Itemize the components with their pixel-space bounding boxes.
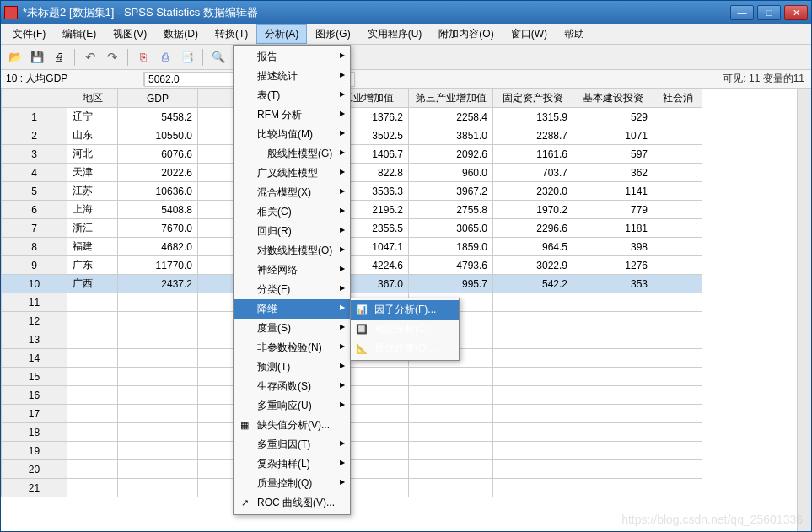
analyze-item-desc[interactable]: 描述统计 [234,67,350,86]
analyze-item-complex[interactable]: 复杂抽样(L) [234,454,350,474]
table-row[interactable]: 5江苏10636.0000000003536.33967.22320.01141 [2,182,702,201]
row-number[interactable]: 10 [2,275,67,293]
menu-graphs[interactable]: 图形(G) [307,24,358,44]
cell-gdp[interactable]: 10636.0 [118,182,198,201]
menu-utilities[interactable]: 实用程序(U) [359,24,431,44]
analyze-item-qc[interactable]: 质量控制(Q) [234,474,350,493]
menu-data[interactable]: 数据(D) [155,24,207,44]
cell-tertiary[interactable]: 995.7 [409,275,493,293]
menu-transform[interactable]: 转换(T) [207,24,256,44]
cell-region[interactable]: 天津 [67,164,118,182]
menu-view[interactable]: 视图(V) [105,24,155,44]
cell-tertiary[interactable]: 4793.6 [409,256,493,275]
cell-gdp[interactable]: 2022.6 [118,164,198,182]
cell-tertiary[interactable]: 3851.0 [409,126,493,145]
row-number[interactable]: 8 [2,238,67,256]
menu-file[interactable]: 文件(F) [4,24,54,44]
undo-button[interactable] [81,48,99,67]
table-row[interactable]: 21 [2,479,702,497]
cell-fixed[interactable]: 2296.6 [493,219,573,238]
col-header-gdp[interactable]: GDP [118,89,198,108]
row-number[interactable]: 2 [2,126,67,145]
cell-gdp[interactable]: 11770.0 [118,256,198,275]
row-number[interactable]: 12 [2,312,67,330]
cell-social[interactable] [653,126,702,145]
cell-gdp[interactable]: 5408.8 [118,201,198,219]
cell-infra[interactable]: 529 [573,108,653,126]
cell-tertiary[interactable]: 1859.0 [409,238,493,256]
goto-case-button[interactable] [134,48,153,67]
row-number[interactable]: 1 [2,108,67,126]
analyze-item-glm[interactable]: 一般线性模型(G) [234,144,350,164]
cell-social[interactable] [653,164,702,182]
dimred-item-factor[interactable]: 因子分析(F)...📊 [351,300,459,320]
row-number[interactable]: 19 [2,442,67,460]
cell-region[interactable]: 河北 [67,145,118,164]
cell-infra[interactable]: 398 [573,238,653,256]
cell-gdp[interactable]: 10550.0 [118,126,198,145]
row-number[interactable]: 6 [2,201,67,219]
analyze-item-nonpar[interactable]: 非参数检验(N) [234,338,350,357]
cell-fixed[interactable]: 703.7 [493,164,573,182]
table-row[interactable]: 8福建4682.0000000001047.11859.0964.5398 [2,238,702,256]
maximize-button[interactable]: □ [757,5,781,20]
row-number[interactable]: 14 [2,349,67,368]
cell-infra[interactable]: 1071 [573,126,653,145]
col-header-infra[interactable]: 基本建设投资 [573,89,653,108]
cell-social[interactable] [653,108,702,126]
cell-tertiary[interactable]: 2092.6 [409,145,493,164]
close-button[interactable]: ✕ [784,5,808,20]
cell-fixed[interactable]: 2320.0 [493,182,573,201]
table-row[interactable]: 4天津2022.600000000822.8960.0703.7362 [2,164,702,182]
menu-window[interactable]: 窗口(W) [503,24,556,44]
cell-tertiary[interactable]: 960.0 [409,164,493,182]
menu-addons[interactable]: 附加内容(O) [430,24,502,44]
menu-help[interactable]: 帮助 [556,24,593,44]
cell-gdp[interactable]: 5458.2 [118,108,198,126]
dimred-item-optscale[interactable]: 最优尺度(O)...📐 [351,339,459,358]
row-number[interactable]: 13 [2,330,67,349]
cell-infra[interactable]: 597 [573,145,653,164]
cell-region[interactable]: 辽宁 [67,108,118,126]
analyze-item-roc[interactable]: ROC 曲线图(V)...↗ [234,493,350,513]
analyze-item-reg[interactable]: 回归(R) [234,222,350,241]
cell-fixed[interactable]: 1970.2 [493,201,573,219]
row-number[interactable]: 18 [2,423,67,442]
menu-analyze[interactable]: 分析(A) [256,24,307,44]
row-number[interactable]: 3 [2,145,67,164]
cell-region[interactable]: 上海 [67,201,118,219]
save-button[interactable] [28,48,46,67]
analyze-item-nn[interactable]: 神经网络 [234,261,350,280]
table-row[interactable]: 1辽宁5458.20000000...1376.22258.41315.9529 [2,108,702,126]
cell-infra[interactable]: 1276 [573,256,653,275]
col-header-region[interactable]: 地区 [67,89,118,108]
vertical-scrollbar[interactable] [797,89,811,531]
cell-tertiary[interactable]: 2258.4 [409,108,493,126]
table-row[interactable]: 19 [2,442,702,460]
cell-fixed[interactable]: 1315.9 [493,108,573,126]
find-button[interactable] [209,48,228,67]
table-row[interactable]: 20 [2,460,702,479]
cell-region[interactable]: 福建 [67,238,118,256]
cell-infra[interactable]: 1181 [573,219,653,238]
analyze-item-rfm[interactable]: RFM 分析 [234,105,350,125]
row-number[interactable]: 21 [2,479,67,497]
cell-tertiary[interactable]: 2755.8 [409,201,493,219]
analyze-item-forecast[interactable]: 预测(T) [234,357,350,377]
analyze-item-dimred[interactable]: 降维因子分析(F)...📊对应分析(C)...🔲最优尺度(O)...📐 [234,299,350,319]
row-number[interactable]: 11 [2,293,67,312]
table-row[interactable]: 17 [2,405,702,423]
cell-infra[interactable]: 779 [573,201,653,219]
cell-gdp[interactable]: 6076.6 [118,145,198,164]
cell-infra[interactable]: 362 [573,164,653,182]
row-number[interactable]: 15 [2,368,67,386]
menu-edit[interactable]: 编辑(E) [54,24,105,44]
cell-tertiary[interactable]: 3065.0 [409,219,493,238]
cell-infra[interactable]: 353 [573,275,653,293]
table-row[interactable]: 2山东10550.0000000003502.53851.02288.71071 [2,126,702,145]
minimize-button[interactable]: — [730,5,754,20]
cell-fixed[interactable]: 964.5 [493,238,573,256]
cell-fixed[interactable]: 542.2 [493,275,573,293]
table-row[interactable]: 3河北6076.6000000001406.72092.61161.6597 [2,145,702,164]
row-number[interactable]: 17 [2,405,67,423]
